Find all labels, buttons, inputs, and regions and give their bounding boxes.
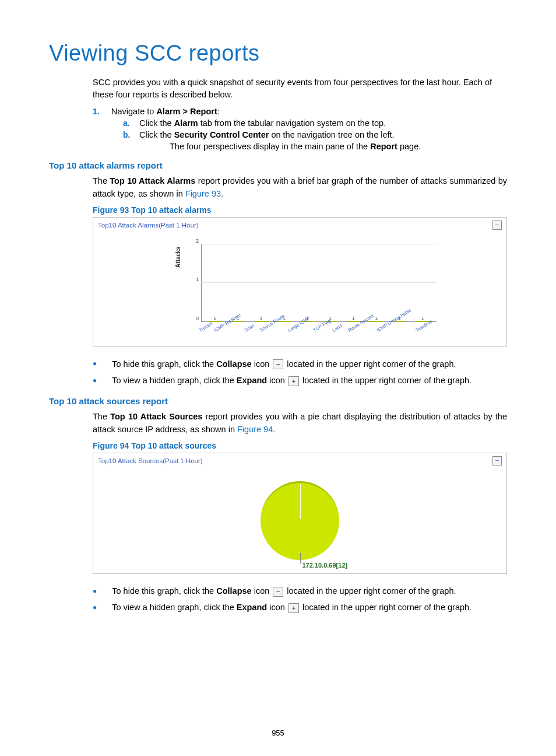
section-heading-sources: Top 10 attack sources report	[49, 396, 507, 406]
bullet-icon: ●	[93, 586, 97, 597]
figure-93-header: Top10 Attack Alarms(Past 1 Hour)	[98, 222, 199, 229]
page-title: Viewing SCC reports	[49, 41, 507, 66]
list-item: ● To view a hidden graph, click the Expa…	[93, 374, 507, 387]
figure-93-caption: Figure 93 Top 10 attack alarms	[93, 205, 507, 215]
bar-chart-ylabel: Attacks	[175, 246, 181, 267]
collapse-icon[interactable]: −	[492, 220, 502, 230]
list-item: ● To hide this graph, click the Collapse…	[93, 358, 507, 370]
substep-letter: b.	[123, 130, 139, 139]
section1-paragraph: The Top 10 Attack Alarms report provides…	[93, 175, 507, 201]
figure-94: Top10 Attack Sources(Past 1 Hour) − 172.…	[93, 453, 507, 574]
expand-icon: +	[288, 603, 299, 613]
step-number: 1.	[93, 107, 111, 116]
figure-93: Top10 Attack Alarms(Past 1 Hour) − Attac…	[93, 217, 507, 347]
bar-chart: Attacks 0 1 2 1111111111 TracertICMP Red…	[93, 233, 506, 346]
section-heading-alarms: Top 10 attack alarms report	[49, 160, 507, 170]
figure-94-header: Top10 Attack Sources(Past 1 Hour)	[98, 457, 203, 464]
substep-text: Click the Security Control Center on the…	[139, 130, 395, 139]
intro-paragraph: SCC provides you with a quick snapshot o…	[93, 76, 507, 101]
step-text: Navigate to Alarm > Report:	[111, 107, 220, 116]
figure-94-link[interactable]: Figure 94	[237, 425, 273, 434]
pie-chart: 172.10.0.69[12]	[93, 468, 506, 573]
substep-result: The four perspectives display in the mai…	[170, 142, 507, 151]
section2-paragraph: The Top 10 Attack Sources report provide…	[93, 411, 507, 436]
pie-slice-label: 172.10.0.69[12]	[302, 562, 348, 569]
collapse-icon: −	[273, 359, 283, 369]
list-item: ● To view a hidden graph, click the Expa…	[93, 601, 507, 614]
pie-slice	[261, 481, 339, 560]
page-number: 955	[0, 729, 556, 737]
substep-text: Click the Alarm tab from the tabular nav…	[139, 118, 386, 128]
bullet-icon: ●	[93, 358, 97, 369]
figure-94-caption: Figure 94 Top 10 attack sources	[93, 441, 507, 450]
collapse-icon[interactable]: −	[492, 456, 502, 466]
collapse-icon: −	[273, 587, 283, 597]
bar-xlabel: Teardrop	[415, 318, 444, 349]
bullet-icon: ●	[93, 375, 97, 386]
list-item: ● To hide this graph, click the Collapse…	[93, 584, 507, 597]
bullet-icon: ●	[93, 602, 97, 613]
expand-icon: +	[288, 376, 299, 386]
figure-93-link[interactable]: Figure 93	[185, 189, 221, 198]
substep-letter: a.	[123, 118, 139, 128]
